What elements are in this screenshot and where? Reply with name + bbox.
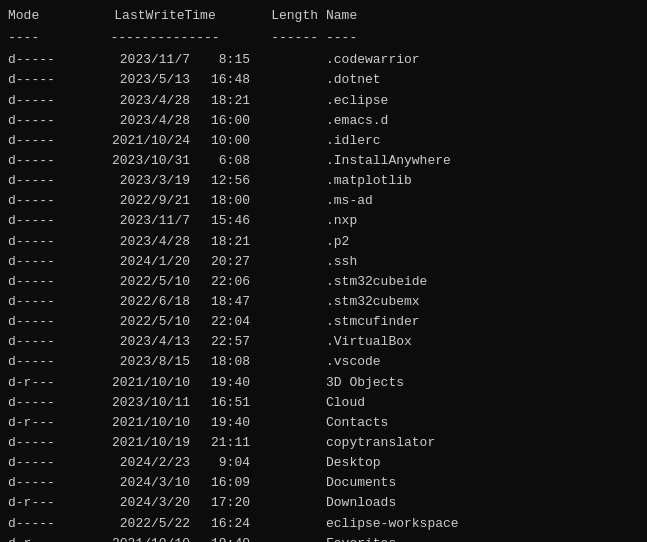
cell-length	[250, 352, 318, 372]
cell-date: 2023/10/11	[80, 393, 190, 413]
cell-time: 18:00	[190, 191, 250, 211]
table-row: d-----2023/11/78:15.codewarrior	[8, 50, 639, 70]
cell-time: 17:20	[190, 493, 250, 513]
table-row: d-----2023/10/316:08.InstallAnywhere	[8, 151, 639, 171]
cell-time: 15:46	[190, 211, 250, 231]
cell-time: 20:27	[190, 252, 250, 272]
table-row: d-----2021/10/2410:00.idlerc	[8, 131, 639, 151]
col-date-header: LastWriteTime	[80, 6, 250, 26]
table-row: d-----2022/5/2216:24eclipse-workspace	[8, 514, 639, 534]
cell-mode: d-----	[8, 91, 80, 111]
mode-underline: ----	[8, 28, 80, 48]
cell-mode: d-----	[8, 111, 80, 131]
cell-name: .ssh	[318, 252, 357, 272]
cell-length	[250, 151, 318, 171]
cell-date: 2023/4/13	[80, 332, 190, 352]
cell-length	[250, 493, 318, 513]
cell-time: 22:04	[190, 312, 250, 332]
cell-date: 2021/10/19	[80, 433, 190, 453]
cell-date: 2023/4/28	[80, 111, 190, 131]
cell-name: .matplotlib	[318, 171, 412, 191]
table-row: d-----2021/10/1921:11copytranslator	[8, 433, 639, 453]
cell-time: 18:08	[190, 352, 250, 372]
cell-name: .ms-ad	[318, 191, 373, 211]
cell-length	[250, 413, 318, 433]
cell-length	[250, 453, 318, 473]
table-row: d-r---2021/10/1019:403D Objects	[8, 373, 639, 393]
cell-length	[250, 332, 318, 352]
cell-length	[250, 433, 318, 453]
table-row: d-----2022/6/1818:47.stm32cubemx	[8, 292, 639, 312]
cell-length	[250, 312, 318, 332]
cell-name: Favorites	[318, 534, 396, 542]
cell-mode: d-----	[8, 191, 80, 211]
cell-time: 16:48	[190, 70, 250, 90]
cell-date: 2022/5/10	[80, 312, 190, 332]
cell-length	[250, 131, 318, 151]
cell-time: 22:57	[190, 332, 250, 352]
lwtime-underline: --------------	[80, 28, 250, 48]
cell-date: 2022/6/18	[80, 292, 190, 312]
name-underline: ----	[318, 28, 357, 48]
cell-length	[250, 292, 318, 312]
terminal: Mode LastWriteTime Length Name ---- ----…	[0, 0, 647, 542]
cell-mode: d-----	[8, 514, 80, 534]
cell-date: 2023/4/28	[80, 232, 190, 252]
cell-name: Contacts	[318, 413, 388, 433]
cell-name: 3D Objects	[318, 373, 404, 393]
cell-length	[250, 70, 318, 90]
cell-time: 8:15	[190, 50, 250, 70]
cell-time: 18:21	[190, 232, 250, 252]
cell-length	[250, 514, 318, 534]
cell-length	[250, 232, 318, 252]
cell-date: 2023/8/15	[80, 352, 190, 372]
cell-mode: d-----	[8, 312, 80, 332]
cell-length	[250, 91, 318, 111]
cell-mode: d-----	[8, 272, 80, 292]
cell-name: Desktop	[318, 453, 381, 473]
cell-name: Downloads	[318, 493, 396, 513]
cell-time: 16:09	[190, 473, 250, 493]
cell-name: .VirtualBox	[318, 332, 412, 352]
cell-mode: d-----	[8, 131, 80, 151]
table-row: d-----2023/4/1322:57.VirtualBox	[8, 332, 639, 352]
cell-name: eclipse-workspace	[318, 514, 459, 534]
rows-container: d-----2023/11/78:15.codewarriord-----202…	[8, 50, 639, 542]
cell-length	[250, 473, 318, 493]
cell-name: Cloud	[318, 393, 365, 413]
cell-mode: d-r---	[8, 493, 80, 513]
table-row: d-----2023/4/2818:21.p2	[8, 232, 639, 252]
cell-name: .idlerc	[318, 131, 381, 151]
cell-length	[250, 191, 318, 211]
cell-time: 6:08	[190, 151, 250, 171]
cell-date: 2024/2/23	[80, 453, 190, 473]
cell-time: 22:06	[190, 272, 250, 292]
cell-name: .codewarrior	[318, 50, 420, 70]
cell-name: .p2	[318, 232, 349, 252]
cell-mode: d-----	[8, 151, 80, 171]
cell-time: 9:04	[190, 453, 250, 473]
cell-date: 2021/10/24	[80, 131, 190, 151]
cell-length	[250, 393, 318, 413]
cell-date: 2022/5/22	[80, 514, 190, 534]
cell-name: .dotnet	[318, 70, 381, 90]
cell-mode: d-----	[8, 352, 80, 372]
table-row: d-----2024/1/2020:27.ssh	[8, 252, 639, 272]
cell-date: 2021/10/10	[80, 413, 190, 433]
col-name-header: Name	[318, 6, 357, 26]
cell-name: .emacs.d	[318, 111, 388, 131]
cell-time: 10:00	[190, 131, 250, 151]
cell-name: .stmcufinder	[318, 312, 420, 332]
underline-row: ---- -------------- ------ ----	[8, 28, 639, 48]
cell-time: 12:56	[190, 171, 250, 191]
cell-length	[250, 50, 318, 70]
cell-mode: d-----	[8, 50, 80, 70]
cell-mode: d-----	[8, 211, 80, 231]
cell-name: .vscode	[318, 352, 381, 372]
cell-date: 2021/10/10	[80, 534, 190, 542]
table-row: d-----2022/5/1022:04.stmcufinder	[8, 312, 639, 332]
table-row: d-r---2021/10/1019:40Contacts	[8, 413, 639, 433]
table-row: d-----2023/3/1912:56.matplotlib	[8, 171, 639, 191]
cell-mode: d-----	[8, 473, 80, 493]
cell-mode: d-----	[8, 252, 80, 272]
